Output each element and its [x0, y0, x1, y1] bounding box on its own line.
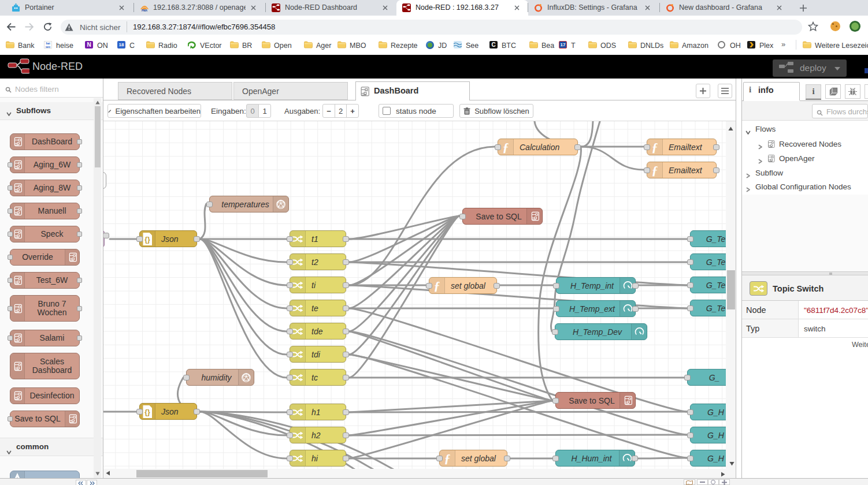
- svg-text:{}: {}: [144, 408, 150, 416]
- svg-text:{}: {}: [144, 236, 150, 244]
- svg-text:PMA: PMA: [142, 9, 148, 12]
